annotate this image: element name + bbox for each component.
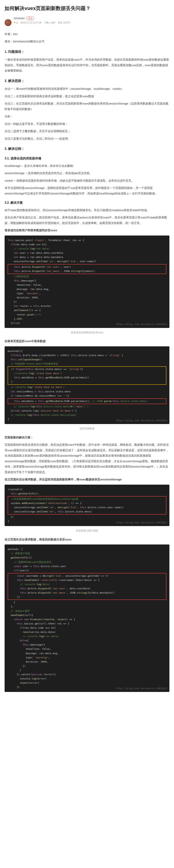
level-icon: ✦ 1 — [14, 21, 18, 25]
caption-1: 登录成功后将数据同步至vuex — [5, 330, 169, 335]
s31-p3: cookie -- 则根据你设置的有效时间来存储，但缺点是不能储存大数据且不易读… — [5, 178, 169, 184]
analysis-1: 办法一的缺点是不安全，不适用大数据量的存储； — [5, 121, 169, 127]
login-sync-heading: 登录成功后将用户和菜单数据同步至vuex — [5, 228, 169, 233]
section-1-para: 一般在登录成功的时候需要把用户信息，菜单信息放置vuex中，作为全局的共享数据。… — [5, 57, 169, 73]
code-block-2: mounted(){ if(this.$refs.body.clientWidt… — [5, 346, 169, 424]
code-block-4: methods: { // 获取用户信息 getUserInfo(){ // 刷… — [5, 545, 169, 692]
author-from: 来自：kimshareclub微信公众号 — [5, 39, 169, 44]
watermark: https://blog.csdn.net/weixin_43025823 — [116, 687, 167, 690]
avatar[interactable] — [5, 19, 11, 26]
publish-date: 2019.11.12 21:27:06 — [21, 21, 42, 25]
follow-button[interactable]: 关注 — [26, 17, 34, 20]
page-title: 如何解决vuex页面刷新数据丢失问题？ — [5, 4, 169, 13]
s31-p2: sessionStorage -- 是存储到当前页面关闭为止，和其他tab页没关… — [5, 170, 169, 176]
analysis-3: 办法三是要讨论的重点，办法二和办法一一起使用。 — [5, 136, 169, 142]
section-3-heading: 3. 解决过程： — [5, 146, 169, 152]
parent-heading: 在父页面向后台请求数据，并且监听浏览器刷新前事件，将vuex数据保存至sessi… — [5, 477, 169, 482]
analysis-2: 办法二适用于少量的数据，并且不会出现网络延迟； — [5, 128, 169, 134]
section-1-heading: 1. 问题描述： — [5, 49, 169, 55]
listen-heading: 在菜单页面监听vuex中菜单数据 — [5, 339, 169, 344]
watermark: https://blog.csdn.net/weixin_43025823 — [116, 322, 167, 326]
views: 阅读 19,575 — [58, 21, 70, 25]
s31-p4: 本方法选择的是sessionStorage，选择的原因是由于vue是单页面应用，… — [5, 185, 169, 196]
author-row: kimshare 关注 ✦ 1 2019.11.12 21:27:06 字数 1… — [5, 16, 169, 30]
analysis-label: 分析： — [5, 114, 169, 119]
refresh-heading: 页面刷新的解决方案： — [5, 435, 169, 440]
caption-3: 在这里插入图片描述 — [5, 528, 169, 533]
caption-2: 监听菜单数据 — [5, 426, 169, 431]
watermark: https://blog.csdn.net/weixin_43025823 — [116, 418, 167, 423]
wordcount: 字数 1,036 — [44, 21, 55, 25]
s32-p2: 首先在用户登录成功之后，然后把用户信息，菜单信息通过actions分发保存至vu… — [5, 215, 169, 226]
code-block-1: this.$axios.post('/login', formData).the… — [5, 236, 169, 328]
meta-row: ✦ 1 2019.11.12 21:27:06 字数 1,036 阅读 19,5… — [14, 21, 70, 25]
dispatch-heading: 在父页面向后台请求数据，将返回的数据分发至vuex — [5, 537, 169, 542]
s31-p1: localStorage -- 是永久存储在本地，除非你主动去删除; — [5, 163, 169, 169]
author-name[interactable]: kimshare — [14, 16, 25, 21]
watermark: https://blog.csdn.net/weixin_43025823 — [116, 521, 167, 525]
code-block-3: created(){ this.getUserInfo(); //在页面刷新前将… — [5, 485, 169, 526]
method-3: 办法三：在父页面向后台请求远程数据，并且在页面刷新前将vuex的数据先保存至se… — [5, 101, 169, 112]
s32-p1: 由于state里的数据是响应式，所以sessionStorage存储也要跟随变化… — [5, 208, 169, 213]
section-2-heading: 2. 解决思路： — [5, 78, 169, 84]
method-2: 办法二：在页面刷新的时候再次请求远程数据，使之动态更新vuex数据 — [5, 94, 169, 99]
section-3-2-heading: 3.2. 解决方案 — [5, 200, 169, 206]
author-by: 作者：kim — [5, 31, 169, 37]
refresh-para: 页面刷新的时候异步请求后台数据，然后动态更新vuex中的数据，其中会有一种情况就… — [5, 442, 169, 475]
method-1: 办法一：将vuex中的数据直接保存到浏览器缓存中（sessionStorage、… — [5, 86, 169, 92]
section-3-1-heading: 3.1. 选择合适的浏览器存储 — [5, 156, 169, 161]
